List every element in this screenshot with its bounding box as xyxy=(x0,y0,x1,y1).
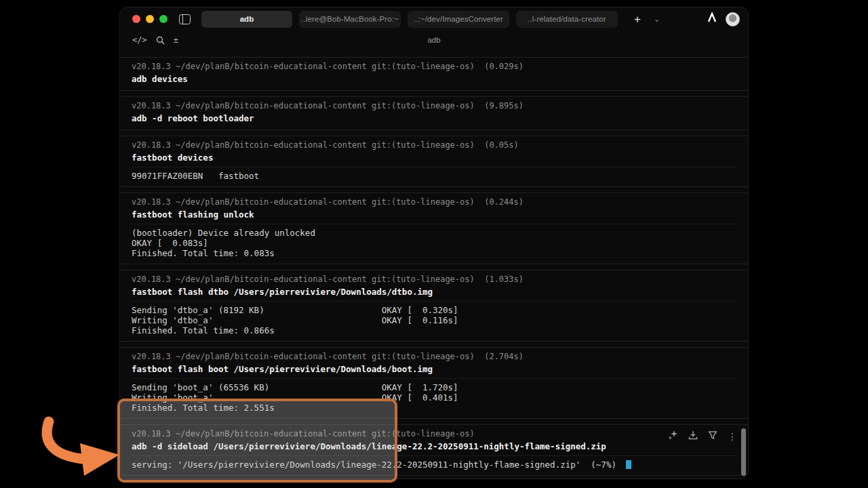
code-blocks-icon[interactable]: </> xyxy=(132,35,147,45)
prompt-line: v20.18.3 ~/dev/planB/bitcoin-educational… xyxy=(132,140,736,150)
titlebar-right xyxy=(707,12,740,26)
prompt-line: v20.18.3 ~/dev/planB/bitcoin-educational… xyxy=(132,197,736,207)
plus-minus-icon[interactable]: ± xyxy=(174,35,178,45)
command-line: fastboot flash dtbo /Users/pierreviviere… xyxy=(132,287,736,298)
app-logo-icon xyxy=(707,12,717,26)
annotation-arrow-icon xyxy=(35,415,127,479)
tab-images-converter[interactable]: ..:~/dev/ImagesConverter xyxy=(408,11,509,28)
new-tab-button[interactable]: + xyxy=(634,14,641,25)
tab-data-creator[interactable]: ..l-related/data-creator xyxy=(516,11,618,28)
avatar[interactable] xyxy=(726,12,740,26)
filter-icon[interactable] xyxy=(708,430,717,443)
scrollbar-thumb[interactable] xyxy=(741,428,746,476)
session-title: adb xyxy=(120,36,748,44)
command-output: 99071FFAZ00EBN fastboot xyxy=(132,167,736,181)
terminal-block[interactable]: v20.18.3 ~/dev/planB/bitcoin-educational… xyxy=(120,347,748,419)
serving-progress-text: serving: '/Users/pierreviviere/Downloads… xyxy=(132,460,616,470)
zoom-button[interactable] xyxy=(159,15,167,23)
prompt-line: v20.18.3 ~/dev/planB/bitcoin-educational… xyxy=(132,62,736,72)
download-icon[interactable] xyxy=(688,430,698,443)
more-options-icon[interactable]: ⋮ xyxy=(728,432,737,441)
command-line: adb devices xyxy=(132,74,736,85)
command-line: adb -d reboot bootloader xyxy=(132,113,736,124)
command-output: (bootloader) Device already unlocked OKA… xyxy=(132,224,736,258)
terminal-block[interactable]: v20.18.3 ~/dev/planB/bitcoin-educational… xyxy=(120,136,748,187)
prompt-line: v20.18.3 ~/dev/planB/bitcoin-educational… xyxy=(132,429,736,439)
prompt-line: v20.18.3 ~/dev/planB/bitcoin-educational… xyxy=(132,101,736,111)
terminal-block[interactable]: v20.18.3 ~/dev/planB/bitcoin-educational… xyxy=(120,57,748,91)
tab-ssh-session[interactable]: ..iere@Bob-MacBook-Pro:~ xyxy=(299,11,401,28)
close-button[interactable] xyxy=(132,15,140,23)
terminal-block[interactable]: v20.18.3 ~/dev/planB/bitcoin-educational… xyxy=(120,192,748,264)
traffic-lights xyxy=(132,15,167,23)
tab-bar: adb ..iere@Bob-MacBook-Pro:~ ..:~/dev/Im… xyxy=(201,11,660,28)
tab-adb[interactable]: adb xyxy=(201,11,292,28)
terminal-window: adb ..iere@Bob-MacBook-Pro:~ ..:~/dev/Im… xyxy=(119,7,749,479)
search-icon[interactable] xyxy=(156,36,165,45)
terminal-block[interactable]: v20.18.3 ~/dev/planB/bitcoin-educational… xyxy=(120,96,748,130)
title-bar: adb ..iere@Bob-MacBook-Pro:~ ..:~/dev/Im… xyxy=(120,7,748,30)
terminal-cursor xyxy=(626,460,631,469)
command-line: fastboot flash boot /Users/pierreviviere… xyxy=(132,364,736,375)
command-line: adb -d sideload /Users/pierreviviere/Dow… xyxy=(132,441,736,452)
block-actions: ⋮ xyxy=(668,430,737,443)
command-line: fastboot flashing unlock xyxy=(132,209,736,220)
toolbar: </> ± adb xyxy=(120,30,748,49)
prompt-line: v20.18.3 ~/dev/planB/bitcoin-educational… xyxy=(132,274,736,285)
terminal-content: v20.18.3 ~/dev/planB/bitcoin-educational… xyxy=(120,49,748,476)
terminal-block[interactable]: v20.18.3 ~/dev/planB/bitcoin-educational… xyxy=(120,270,748,342)
command-output: serving: '/Users/pierreviviere/Downloads… xyxy=(132,455,736,470)
tab-list-chevron-icon[interactable]: ⌄ xyxy=(654,15,660,24)
prompt-line: v20.18.3 ~/dev/planB/bitcoin-educational… xyxy=(132,352,736,362)
command-output: Sending 'boot_a' (65536 KB) OKAY [ 1.720… xyxy=(132,378,736,413)
terminal-block-active[interactable]: ⋮ v20.18.3 ~/dev/planB/bitcoin-education… xyxy=(120,424,748,476)
ai-sparkles-icon[interactable] xyxy=(668,430,678,443)
sidebar-toggle-icon[interactable] xyxy=(179,14,191,24)
command-output: Sending 'dtbo_a' (8192 KB) OKAY [ 0.320s… xyxy=(132,301,736,336)
command-line: fastboot devices xyxy=(132,152,736,163)
minimize-button[interactable] xyxy=(146,15,154,23)
